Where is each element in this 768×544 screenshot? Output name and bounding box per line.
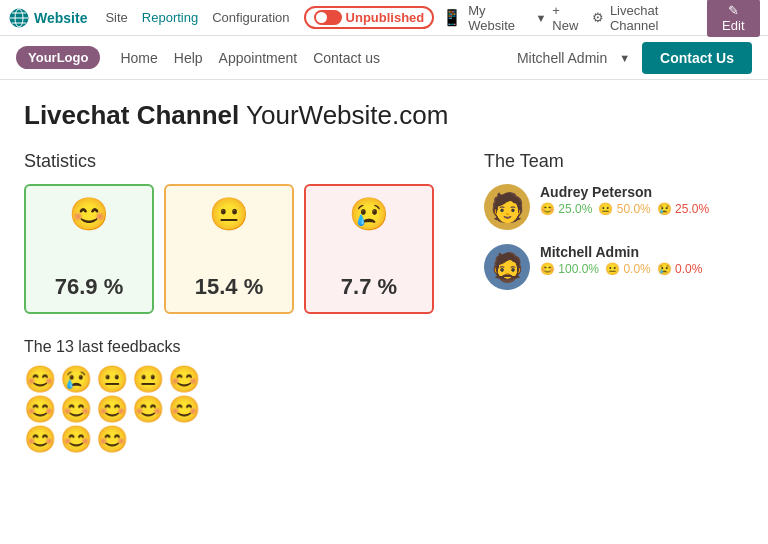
nav-appointment[interactable]: Appointment <box>219 50 298 66</box>
stat-box-happy: 😊 76.9 % <box>24 184 154 314</box>
page-title-sub: YourWebsite.com <box>246 100 448 130</box>
stat-value-neutral: 15.4 % <box>195 274 264 300</box>
audrey-sad: 😢 25.0% <box>657 202 709 216</box>
member-info-audrey: Audrey Peterson 😊 25.0% 😐 50.0% 😢 25.0% <box>540 184 709 216</box>
audrey-neutral: 😐 50.0% <box>598 202 650 216</box>
happy-icon: 😊 <box>69 198 109 230</box>
new-button[interactable]: + New <box>552 3 586 33</box>
feedback-icons: 😊😢😐😐😊😊😊😊😊😊😊😊😊 <box>24 366 224 452</box>
avatar-mitchell: 🧔 <box>484 244 530 290</box>
member-info-mitchell: Mitchell Admin 😊 100.0% 😐 0.0% 😢 0.0% <box>540 244 702 276</box>
feedback-icon-item: 😊 <box>168 366 200 392</box>
left-section: Statistics 😊 76.9 % 😐 15.4 % 😢 7.7 % <box>24 151 444 452</box>
top-navbar: Website Site Reporting Configuration Unp… <box>0 0 768 36</box>
device-icon: 📱 <box>442 8 462 27</box>
top-nav-links: Site Reporting Configuration <box>99 6 295 29</box>
sad-icon: 😢 <box>349 198 389 230</box>
statistics-title: Statistics <box>24 151 444 172</box>
logo[interactable]: YourLogo <box>16 46 100 69</box>
stat-value-sad: 7.7 % <box>341 274 397 300</box>
feedback-icon-item: 😐 <box>132 366 164 392</box>
toggle-icon[interactable] <box>314 10 342 25</box>
stat-box-neutral: 😐 15.4 % <box>164 184 294 314</box>
feedback-icon-item: 😊 <box>60 426 92 452</box>
nav-site[interactable]: Site <box>99 6 133 29</box>
dropdown-arrow-my-website[interactable]: ▼ <box>535 12 546 24</box>
stat-box-sad: 😢 7.7 % <box>304 184 434 314</box>
member-stats-audrey: 😊 25.0% 😐 50.0% 😢 25.0% <box>540 202 709 216</box>
nav-configuration[interactable]: Configuration <box>206 6 295 29</box>
website-nav-right: Mitchell Admin ▼ Contact Us <box>517 42 752 74</box>
unpublished-badge[interactable]: Unpublished <box>304 6 435 29</box>
member-name-mitchell: Mitchell Admin <box>540 244 702 260</box>
top-bar-right: 📱 My Website ▼ + New ⚙ Livechat Channel … <box>442 0 760 37</box>
feedbacks-title: The 13 last feedbacks <box>24 338 444 356</box>
team-member-audrey: 🧑 Audrey Peterson 😊 25.0% 😐 50.0% 😢 25.0… <box>484 184 744 230</box>
feedback-icon-item: 😊 <box>132 396 164 422</box>
feedback-icon-item: 😊 <box>24 426 56 452</box>
unpublished-label: Unpublished <box>346 10 425 25</box>
gear-icon[interactable]: ⚙ <box>592 10 604 25</box>
nav-help[interactable]: Help <box>174 50 203 66</box>
audrey-happy: 😊 25.0% <box>540 202 592 216</box>
feedback-icon-item: 😊 <box>96 426 128 452</box>
mitchell-happy: 😊 100.0% <box>540 262 599 276</box>
my-website-link[interactable]: My Website <box>468 3 529 33</box>
main-content: Livechat Channel YourWebsite.com Statist… <box>0 80 768 472</box>
neutral-icon: 😐 <box>209 198 249 230</box>
avatar-audrey: 🧑 <box>484 184 530 230</box>
feedback-icon-item: 😊 <box>96 396 128 422</box>
feedback-icon-item: 😊 <box>24 396 56 422</box>
brand-section: Website <box>8 7 87 29</box>
admin-name[interactable]: Mitchell Admin <box>517 50 607 66</box>
member-name-audrey: Audrey Peterson <box>540 184 709 200</box>
member-stats-mitchell: 😊 100.0% 😐 0.0% 😢 0.0% <box>540 262 702 276</box>
team-member-mitchell: 🧔 Mitchell Admin 😊 100.0% 😐 0.0% 😢 0.0% <box>484 244 744 290</box>
page-title-main: Livechat Channel <box>24 100 239 130</box>
content-layout: Statistics 😊 76.9 % 😐 15.4 % 😢 7.7 % <box>24 151 744 452</box>
website-navbar: YourLogo Home Help Appointment Contact u… <box>0 36 768 80</box>
stat-value-happy: 76.9 % <box>55 274 124 300</box>
contact-us-button[interactable]: Contact Us <box>642 42 752 74</box>
website-nav-links: Home Help Appointment Contact us <box>120 50 517 66</box>
admin-dropdown-arrow[interactable]: ▼ <box>619 52 630 64</box>
team-title: The Team <box>484 151 744 172</box>
feedback-icon-item: 😊 <box>24 366 56 392</box>
edit-button[interactable]: ✎ Edit <box>707 0 760 37</box>
nav-home[interactable]: Home <box>120 50 157 66</box>
globe-icon <box>8 7 30 29</box>
mitchell-neutral: 😐 0.0% <box>605 262 651 276</box>
feedback-icon-item: 😢 <box>60 366 92 392</box>
feedback-icon-item: 😊 <box>168 396 200 422</box>
mitchell-sad: 😢 0.0% <box>657 262 703 276</box>
nav-reporting[interactable]: Reporting <box>136 6 204 29</box>
brand-label: Website <box>34 10 87 26</box>
nav-contact-us[interactable]: Contact us <box>313 50 380 66</box>
right-section: The Team 🧑 Audrey Peterson 😊 25.0% 😐 50.… <box>484 151 744 452</box>
stats-boxes: 😊 76.9 % 😐 15.4 % 😢 7.7 % <box>24 184 444 314</box>
livechat-channel-link[interactable]: Livechat Channel <box>610 3 701 33</box>
feedback-icon-item: 😐 <box>96 366 128 392</box>
feedback-icon-item: 😊 <box>60 396 92 422</box>
page-title: Livechat Channel YourWebsite.com <box>24 100 744 131</box>
